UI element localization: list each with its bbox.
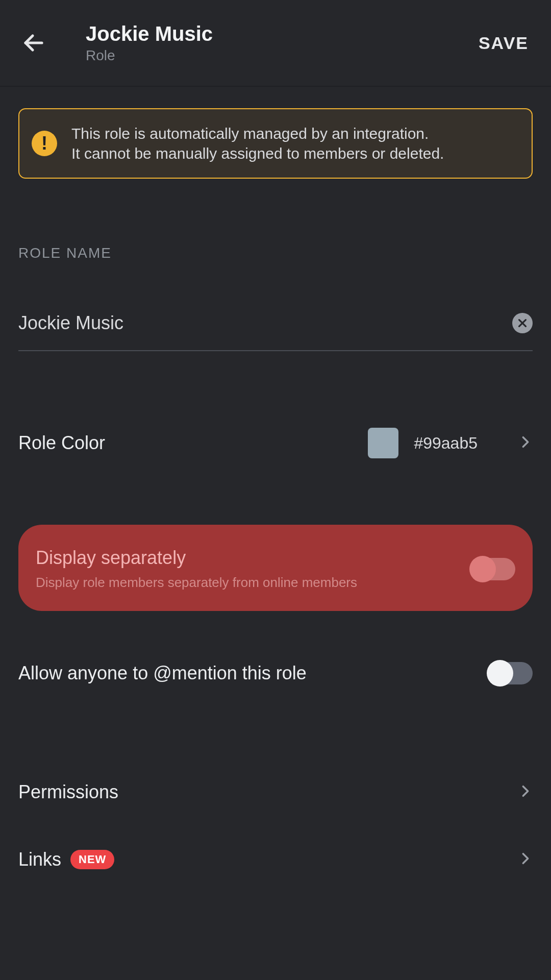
page-title: Jockie Music xyxy=(86,22,479,45)
permissions-row[interactable]: Permissions xyxy=(18,781,533,803)
permissions-label: Permissions xyxy=(18,781,478,803)
mention-toggle[interactable] xyxy=(489,662,533,684)
title-block: Jockie Music Role xyxy=(86,22,479,64)
display-separately-card: Display separately Display role members … xyxy=(18,525,533,611)
links-row[interactable]: Links NEW xyxy=(18,849,533,870)
header: Jockie Music Role SAVE xyxy=(0,0,551,87)
notice-line2: It cannot be manually assigned to member… xyxy=(71,145,444,162)
display-separately-title: Display separately xyxy=(36,547,471,569)
links-label: Links xyxy=(18,849,61,870)
display-separately-description: Display role members separately from onl… xyxy=(36,575,471,591)
role-color-label: Role Color xyxy=(18,432,368,454)
integration-notice: ! This role is automatically managed by … xyxy=(18,108,533,179)
role-name-section-label: ROLE NAME xyxy=(18,245,533,261)
role-name-input[interactable] xyxy=(18,312,512,334)
close-icon xyxy=(517,317,528,329)
chevron-right-icon xyxy=(518,435,533,449)
chevron-right-icon xyxy=(518,851,533,866)
save-button[interactable]: SAVE xyxy=(479,33,533,53)
mention-label: Allow anyone to @mention this role xyxy=(18,663,489,684)
warning-icon: ! xyxy=(32,131,57,156)
notice-text: This role is automatically managed by an… xyxy=(71,124,444,163)
arrow-left-icon xyxy=(21,31,46,55)
clear-input-button[interactable] xyxy=(512,313,533,333)
role-color-swatch xyxy=(368,428,398,458)
notice-line1: This role is automatically managed by an… xyxy=(71,125,429,142)
mention-row: Allow anyone to @mention this role xyxy=(18,662,533,684)
new-badge: NEW xyxy=(70,850,114,869)
role-color-hex: #99aab5 xyxy=(414,434,478,453)
chevron-right-icon xyxy=(518,784,533,798)
display-separately-toggle[interactable] xyxy=(471,558,515,580)
role-name-input-row xyxy=(18,312,533,351)
page-subtitle: Role xyxy=(86,47,479,64)
role-color-row[interactable]: Role Color #99aab5 xyxy=(18,428,533,458)
back-button[interactable] xyxy=(18,28,49,58)
